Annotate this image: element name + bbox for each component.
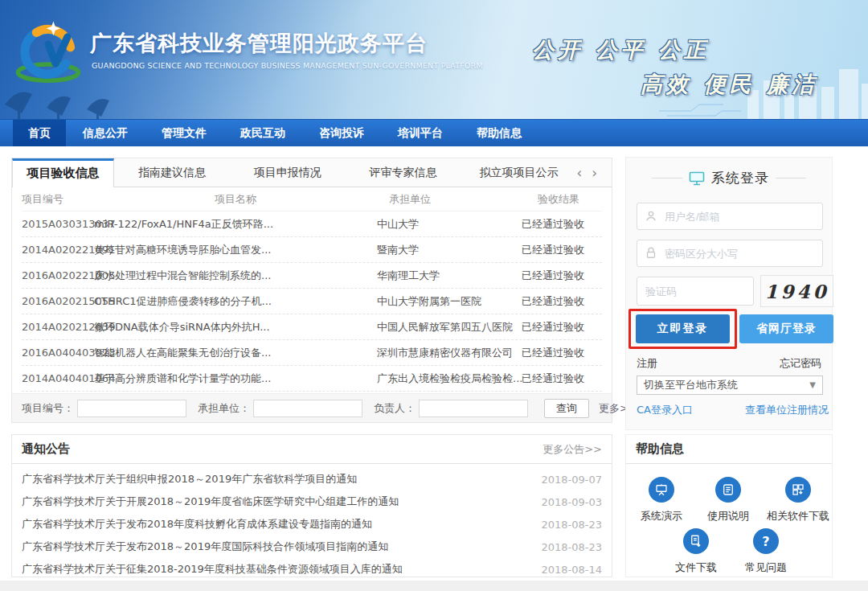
user-icon (644, 209, 658, 224)
help-header: 帮助信息 (626, 435, 832, 464)
projects-panel: 项目验收信息 指南建议信息 项目申报情况 评审专家信息 拟立项项目公示 ‹ › … (11, 158, 612, 423)
tab-acceptance-info[interactable]: 项目验收信息 (12, 158, 114, 187)
help-item-label: 文件下载 (662, 560, 730, 575)
list-item: 广东省科学技术厅关于发布2018～2019年度国际科技合作领域项目指南的通知 2… (22, 536, 602, 558)
nav-item-training-platform[interactable]: 培训平台 (381, 120, 460, 146)
tab-application-status[interactable]: 项目申报情况 (230, 158, 346, 187)
presentation-icon (654, 482, 669, 497)
notice-date: 2018-08-14 (538, 564, 602, 576)
notice-list: 广东省科学技术厅关于组织申报2018～2019年广东省软科学项目的通知 2018… (12, 464, 612, 581)
register-link[interactable]: 注册 (637, 356, 657, 371)
notice-link[interactable]: 广东省科学技术厅关于发布2018～2019年度国际科技合作领域项目指南的通知 (22, 540, 538, 554)
project-name-link[interactable]: 基于高分辨质谱和化学计量学的功能... (94, 371, 377, 386)
project-result: 已经通过验收 (522, 371, 602, 386)
table-row: 2016A020215055 CTHRC1促进肺癌侵袭转移的分子机... 中山大… (22, 289, 602, 314)
tab-proposed-projects[interactable]: 拟立项项目公示 (461, 158, 577, 187)
help-item-file-download[interactable]: 文件下载 (662, 528, 730, 575)
search-leader-label: 负责人： (374, 401, 416, 416)
project-name-link[interactable]: 微环DNA载体介导siRNA体内外抗H... (94, 320, 377, 334)
help-item-software-download[interactable]: 相关软件下载 (764, 477, 832, 523)
notice-link[interactable]: 广东省科学技术厅关于发布2018年度科技孵化育成体系建设专题指南的通知 (22, 517, 538, 531)
page: 广东省科技业务管理阳光政务平台 GUANGDONG SCIENCE AND TE… (0, 0, 868, 591)
search-unit-label: 承担单位： (198, 401, 250, 416)
region-select-value: 切换至平台地市系统 (644, 379, 738, 391)
project-name-link[interactable]: CTHRC1促进肺癌侵袭转移的分子机... (94, 294, 377, 309)
column-header-project-name: 项目名称 (94, 192, 377, 207)
table-row: 2014A040401064 基于高分辨质谱和化学计量学的功能... 广东出入境… (22, 366, 602, 392)
table-row: 2015A030313037 miR-122/FoxA1/HNF4a正反馈环路.… (22, 211, 602, 237)
site-title: 广东省科技业务管理阳光政务平台 (90, 29, 428, 58)
file-download-icon (689, 534, 703, 548)
tab-guideline-suggestions[interactable]: 指南建议信息 (114, 158, 230, 187)
notice-link[interactable]: 广东省科学技术厅关于组织申报2018～2019年广东省软科学项目的通知 (22, 472, 538, 486)
table-header-row: 项目编号 项目名称 承担单位 验收结果 (22, 187, 602, 211)
captcha-input[interactable] (637, 277, 754, 306)
captcha-image[interactable]: 1940 (760, 275, 833, 307)
nav-item-home[interactable]: 首页 (13, 120, 66, 146)
project-name-link[interactable]: 黄芩苷对高糖环境诱导胚胎心血管发... (94, 243, 377, 257)
notice-date: 2018-08-23 (538, 519, 602, 531)
search-leader-input[interactable] (419, 400, 528, 417)
table-row: 2016A040403023 智能机器人在高能聚集无创治疗设备... 深圳市慧康… (22, 340, 602, 366)
project-code: 2016A040403023 (22, 347, 94, 359)
help-item-user-manual[interactable]: 使用说明 (694, 477, 762, 523)
nav-item-management-docs[interactable]: 管理文件 (145, 120, 223, 146)
nav-item-help-info[interactable]: 帮助信息 (460, 120, 538, 146)
tabs-next-arrow-icon[interactable]: › (592, 165, 597, 181)
project-search-bar: 项目编号： 承担单位： 负责人： 查询 更多>> (12, 393, 612, 422)
project-result: 已经通过验收 (522, 320, 602, 334)
search-code-label: 项目编号： (22, 401, 74, 416)
tab-expert-info[interactable]: 评审专家信息 (346, 158, 461, 187)
forgot-password-link[interactable]: 忘记密码 (780, 356, 821, 371)
region-system-select[interactable]: 切换至平台地市系统 ▼ (637, 376, 823, 395)
search-code-input[interactable] (77, 400, 186, 417)
help-item-faq[interactable]: ? 常见问题 (732, 528, 800, 575)
help-title: 帮助信息 (636, 441, 684, 457)
help-item-label: 相关软件下载 (764, 509, 832, 523)
column-header-unit: 承担单位 (377, 192, 522, 207)
main-nav: 首页 信息公开 管理文件 政民互动 咨询投诉 培训平台 帮助信息 (0, 119, 868, 146)
check-unit-registration-link[interactable]: 查看单位注册情况 (745, 403, 829, 417)
nav-item-gov-interaction[interactable]: 政民互动 (223, 120, 302, 146)
gov-hall-login-button[interactable]: 省网厅登录 (739, 314, 833, 343)
project-code: 2016A020221005 (22, 269, 94, 281)
project-result: 已经通过验收 (522, 217, 602, 232)
query-button[interactable]: 查询 (544, 399, 589, 418)
site-logo (11, 18, 85, 92)
notice-date: 2018-08-23 (538, 541, 602, 553)
password-input[interactable] (637, 240, 823, 267)
column-header-result: 验收结果 (522, 192, 602, 207)
notice-date: 2018-09-03 (538, 496, 602, 508)
help-item-label: 常见问题 (732, 560, 800, 575)
project-unit: 中山大学附属第一医院 (377, 294, 522, 309)
project-result: 已经通过验收 (522, 294, 602, 309)
project-name-link[interactable]: 智能机器人在高能聚集无创治疗设备... (94, 346, 377, 360)
notice-date: 2018-09-07 (538, 474, 602, 486)
search-unit-input[interactable] (253, 400, 362, 417)
username-input[interactable] (637, 203, 823, 230)
notice-link[interactable]: 广东省科学技术厅关于征集2018-2019年度科技基础条件资源领域项目入库的通知 (22, 562, 538, 577)
chevron-down-icon: ▼ (809, 376, 816, 394)
ca-login-link[interactable]: CA登录入口 (637, 403, 693, 417)
project-result: 已经通过验收 (522, 269, 602, 283)
project-code: 2016A020215055 (22, 295, 94, 307)
list-item: 广东省科学技术厅关于征集2018-2019年度科技基础条件资源领域项目入库的通知… (22, 558, 602, 581)
more-notices-link[interactable]: 更多公告>> (542, 442, 602, 457)
slogan-line-1: 公开 公平 公正 (532, 35, 710, 64)
projects-tabbar: 项目验收信息 指南建议信息 项目申报情况 评审专家信息 拟立项项目公示 ‹ › (12, 158, 612, 187)
notice-link[interactable]: 广东省科学技术厅关于开展2018～2019年度省临床医学研究中心组建工作的通知 (22, 495, 538, 509)
help-item-system-demo[interactable]: 系统演示 (628, 477, 695, 523)
nav-item-info-disclosure[interactable]: 信息公开 (66, 120, 145, 146)
project-unit: 华南理工大学 (377, 269, 522, 283)
tabs-prev-arrow-icon[interactable]: ‹ (576, 165, 582, 181)
project-name-link[interactable]: 废水处理过程中混合智能控制系统的... (94, 269, 377, 283)
project-unit: 广东出入境检验检疫局检验检... (377, 371, 522, 386)
nav-item-consult-complaint[interactable]: 咨询投诉 (302, 120, 381, 146)
project-name-link[interactable]: miR-122/FoxA1/HNF4a正反馈环路... (94, 217, 377, 232)
help-panel: 帮助信息 系统演示 使用说明 (625, 434, 833, 577)
login-button[interactable]: 立即登录 (636, 314, 730, 343)
site-subtitle: GUANGDONG SCIENCE AND TECHNOLOGY BUSINES… (92, 61, 483, 70)
help-item-label: 使用说明 (694, 509, 762, 523)
faq-icon: ? (762, 534, 769, 549)
notices-header: 通知公告 更多公告>> (12, 435, 612, 464)
